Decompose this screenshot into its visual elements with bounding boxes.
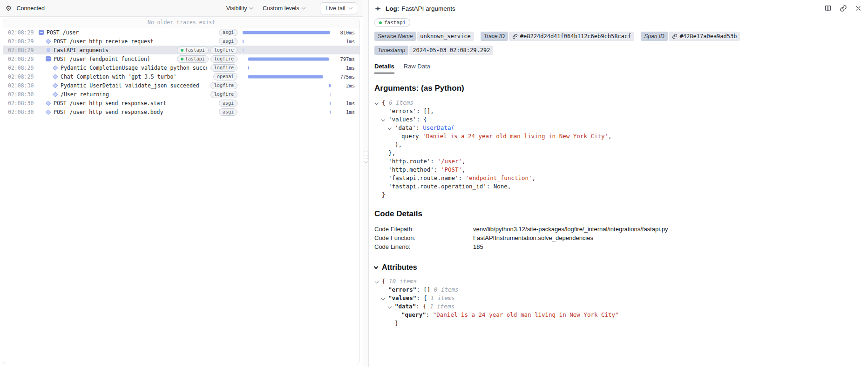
duration-label: 775ms bbox=[332, 74, 355, 80]
trace-row-tags: logfire bbox=[210, 91, 237, 98]
detail-tabs: Details Raw Data bbox=[374, 63, 868, 73]
visibility-label: Visibility bbox=[226, 5, 247, 12]
tab-raw-data[interactable]: Raw Data bbox=[404, 63, 430, 73]
resize-grip-icon[interactable] bbox=[364, 151, 368, 163]
chevron-down-icon bbox=[301, 6, 305, 9]
trace-row-name: Pydantic UserDetail validate_json succee… bbox=[61, 82, 199, 89]
collapse-chevron-icon bbox=[374, 264, 379, 269]
book-icon[interactable] bbox=[824, 5, 832, 12]
trace-row[interactable]: 02:08:29Chat Completion with 'gpt-3.5-tu… bbox=[3, 72, 359, 81]
attributes-heading[interactable]: Attributes bbox=[374, 263, 868, 272]
code-function-value: FastAPIInstrumentation.solve_dependencie… bbox=[473, 234, 593, 242]
custom-levels-dropdown[interactable]: Custom levels bbox=[263, 5, 305, 12]
tree-text: : { bbox=[416, 294, 430, 301]
tree-text: , bbox=[462, 166, 466, 173]
trace-row-time: 02:08:29 bbox=[8, 56, 39, 62]
code-lineno-value: 185 bbox=[473, 242, 483, 251]
close-icon[interactable] bbox=[855, 5, 861, 12]
tree-text: "errors" bbox=[388, 286, 416, 293]
code-filepath-label: Code Filepath: bbox=[374, 225, 473, 234]
chain-link-icon bbox=[672, 33, 678, 39]
tree-line: "values": { 1 items bbox=[374, 294, 868, 302]
trace-row-time: 02:08:29 bbox=[8, 73, 39, 80]
log-square-icon bbox=[46, 48, 54, 52]
trace-row-tree: Pydantic UserDetail validate_json succee… bbox=[39, 82, 207, 89]
live-tail-dropdown[interactable]: Live tail bbox=[320, 2, 357, 14]
duration-label: 1ms bbox=[332, 65, 355, 71]
collapse-chevron-icon[interactable] bbox=[381, 296, 385, 300]
tree-text: 'fastapi.route.operation_id': None, bbox=[388, 183, 511, 190]
trace-row[interactable]: 02:08:29POST /user http receive requesta… bbox=[3, 37, 359, 46]
trace-row-time: 02:08:29 bbox=[8, 38, 39, 45]
duration-bar-area bbox=[242, 99, 332, 107]
trace-row[interactable]: 02:08:30POST /user http send response.bo… bbox=[3, 107, 359, 116]
trace-row[interactable]: 02:08:30/User returninglogfire bbox=[3, 90, 359, 99]
collapse-chevron-icon[interactable] bbox=[388, 126, 392, 129]
span-collapse-icon[interactable] bbox=[39, 30, 47, 35]
log-spark-icon bbox=[374, 5, 381, 12]
connection-status-label: Connected bbox=[16, 5, 44, 12]
tree-text: 0 items bbox=[434, 286, 459, 293]
tree-text: } bbox=[382, 191, 386, 198]
visibility-dropdown[interactable]: Visibility bbox=[226, 5, 252, 12]
tab-details[interactable]: Details bbox=[374, 63, 394, 73]
trace-row[interactable]: 02:08:30POST /user http send response.st… bbox=[3, 99, 359, 107]
tree-text: "query" bbox=[401, 311, 426, 318]
service-name-label: Service Name bbox=[374, 32, 416, 41]
settings-gear-icon[interactable] bbox=[6, 5, 12, 12]
duration-bar-area bbox=[242, 81, 332, 90]
tree-text: 1 items bbox=[430, 303, 454, 310]
arguments-heading: Arguments: (as Python) bbox=[374, 84, 868, 93]
duration-bar bbox=[243, 40, 244, 43]
tree-line: 'data': UserData( bbox=[374, 124, 868, 132]
trace-row-name: POST /user bbox=[47, 29, 79, 36]
detail-header: Log:FastAPI arguments bbox=[373, 0, 868, 17]
link-icon[interactable] bbox=[840, 5, 847, 12]
trace-row-tree: POST /user (endpoint_function) bbox=[39, 56, 173, 62]
tree-line: }, bbox=[374, 149, 868, 157]
chevron-down-icon bbox=[348, 6, 352, 9]
trace-row-name: POST /user http send response.start bbox=[54, 100, 166, 107]
trace-row[interactable]: 02:08:29FastAPI argumentsfastapilogfire bbox=[3, 46, 359, 54]
log-diamond-icon bbox=[53, 84, 61, 87]
span-id-value[interactable]: #428e17a0ea9ad53b bbox=[669, 32, 740, 41]
tree-text: 'POST' bbox=[441, 166, 462, 173]
tree-text: 'http.method': bbox=[388, 166, 441, 173]
trace-row[interactable]: 02:08:29POST /user (endpoint_function)fa… bbox=[3, 54, 359, 63]
tree-line: 'values': { bbox=[374, 115, 868, 124]
tree-text: 'fastapi.route.name': bbox=[388, 174, 466, 181]
tree-line: { 6 items bbox=[374, 99, 868, 107]
collapse-chevron-icon[interactable] bbox=[381, 117, 385, 121]
trace-row-time: 02:08:30 bbox=[8, 109, 39, 115]
tree-line: { 10 items bbox=[374, 277, 868, 286]
trace-row-tree: /User returning bbox=[39, 91, 207, 98]
custom-levels-label: Custom levels bbox=[263, 5, 299, 12]
tree-text: : { bbox=[416, 303, 430, 310]
tree-text: , bbox=[532, 174, 536, 181]
tree-line: 'fastapi.route.operation_id': None, bbox=[374, 182, 868, 191]
collapse-chevron-icon[interactable] bbox=[388, 304, 392, 308]
span-id-group: Span ID #428e17a0ea9ad53b bbox=[641, 32, 740, 41]
tree-line: 'fastapi.route.name': 'endpoint_function… bbox=[374, 174, 868, 182]
trace-row[interactable]: 02:08:30Pydantic UserDetail validate_jso… bbox=[3, 81, 359, 90]
tree-text: 10 items bbox=[389, 278, 417, 285]
trace-id-value[interactable]: #e8224d24d41f064b112c6eb9cb58cacf bbox=[509, 32, 634, 41]
span-id-label: Span ID bbox=[641, 32, 667, 41]
duration-bar-area bbox=[242, 107, 332, 116]
span-collapse-icon[interactable] bbox=[46, 56, 54, 61]
duration-bar bbox=[330, 110, 331, 113]
tree-line: "errors": [] 0 items bbox=[374, 286, 868, 294]
header-actions bbox=[824, 5, 861, 12]
panel-title-text: FastAPI arguments bbox=[401, 5, 455, 12]
toolbar-controls: Visibility Custom levels Live tail bbox=[226, 0, 363, 16]
timestamp-value: 2024-05-03 02:08:29.292 bbox=[409, 46, 493, 55]
trace-row[interactable]: 02:08:29Pydantic CompletionUsage validat… bbox=[3, 63, 359, 72]
collapse-chevron-icon[interactable] bbox=[375, 279, 379, 283]
green-dot-icon bbox=[379, 21, 382, 24]
panel-resizer[interactable] bbox=[363, 0, 369, 367]
trace-row-name: /User returning bbox=[61, 91, 109, 98]
collapse-chevron-icon[interactable] bbox=[375, 100, 379, 104]
trace-row[interactable]: 02:08:29POST /userasgi810ms bbox=[3, 28, 359, 37]
tree-text: 1 items bbox=[430, 294, 455, 301]
trace-row-name: Pydantic CompletionUsage validate_python… bbox=[61, 65, 207, 71]
